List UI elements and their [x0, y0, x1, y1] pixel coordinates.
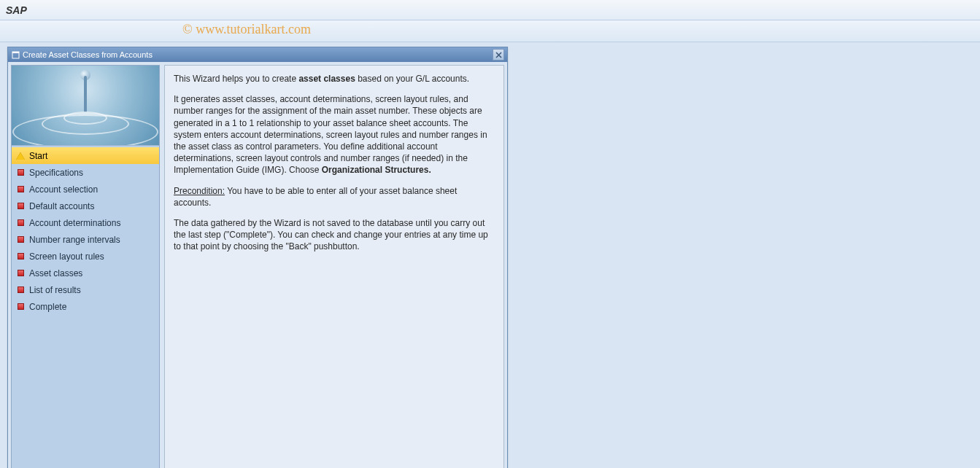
wizard-step-screen-layout-rules[interactable]: Screen layout rules	[12, 248, 159, 265]
wizard-step-label: Complete	[29, 302, 66, 312]
text-span-bold: asset classes	[298, 74, 355, 84]
wizard-step-label: Specifications	[29, 168, 83, 178]
wizard-step-label: Asset classes	[29, 268, 82, 278]
text-span: It generates asset classes, account dete…	[174, 94, 487, 175]
app-header: SAP	[0, 0, 980, 20]
dialog-close-button[interactable]	[493, 49, 504, 61]
wizard-step-label: Account determinations	[29, 218, 120, 228]
wizard-step-asset-classes[interactable]: Asset classes	[12, 265, 159, 281]
wizard-step-list: StartSpecificationsAccount selectionDefa…	[12, 146, 159, 468]
pending-icon	[16, 286, 25, 295]
wizard-step-complete[interactable]: Complete	[12, 298, 159, 315]
wizard-step-label: Start	[29, 151, 47, 161]
dialog-title: Create Asset Classes from Accounts	[23, 50, 493, 59]
wizard-step-label: Number range intervals	[29, 235, 120, 245]
pending-icon	[16, 269, 25, 278]
wizard-note-paragraph: The data gathered by the Wizard is not s…	[174, 217, 495, 253]
pending-icon	[16, 168, 25, 177]
pending-icon	[16, 303, 25, 311]
wizard-step-number-range-intervals[interactable]: Number range intervals	[12, 231, 159, 248]
wizard-precondition-paragraph: Precondition: You have to be able to ent…	[174, 185, 495, 208]
pending-icon	[16, 235, 25, 244]
text-span: This Wizard helps you to create	[174, 74, 298, 84]
wizard-step-account-determinations[interactable]: Account determinations	[12, 214, 159, 231]
dialog-window-icon	[11, 50, 20, 59]
wizard-step-label: Default accounts	[29, 201, 94, 211]
app-title: SAP	[6, 4, 27, 16]
warning-icon	[16, 152, 25, 160]
svg-rect-1	[12, 52, 19, 53]
wizard-step-label: List of results	[29, 285, 81, 295]
wizard-step-list-of-results[interactable]: List of results	[12, 281, 159, 298]
pending-icon	[16, 202, 25, 211]
wizard-step-label: Screen layout rules	[29, 251, 104, 262]
pending-icon	[16, 219, 25, 227]
wizard-step-label: Account selection	[29, 184, 98, 195]
text-span-bold: Organizational Structures.	[322, 165, 431, 175]
pending-icon	[16, 185, 25, 194]
wizard-dialog: Create Asset Classes from Accounts Start…	[7, 47, 508, 468]
wizard-step-specifications[interactable]: Specifications	[12, 164, 159, 181]
dialog-titlebar: Create Asset Classes from Accounts	[8, 47, 507, 62]
main-area: Create Asset Classes from Accounts Start…	[0, 42, 980, 468]
text-span: based on your G/L accounts.	[355, 74, 469, 84]
dialog-body: StartSpecificationsAccount selectionDefa…	[8, 62, 507, 468]
wizard-step-start[interactable]: Start	[12, 147, 159, 164]
toolbar-strip	[0, 20, 980, 42]
sidebar-decorative-image	[12, 66, 159, 146]
wizard-step-account-selection[interactable]: Account selection	[12, 181, 159, 198]
wizard-step-default-accounts[interactable]: Default accounts	[12, 198, 159, 214]
wizard-sidebar: StartSpecificationsAccount selectionDefa…	[11, 65, 160, 468]
text-span-underline: Precondition:	[174, 186, 225, 196]
pending-icon	[16, 252, 25, 261]
wizard-content-pane: This Wizard helps you to create asset cl…	[164, 65, 504, 468]
wizard-intro-paragraph: This Wizard helps you to create asset cl…	[174, 73, 495, 85]
wizard-description-paragraph: It generates asset classes, account dete…	[174, 93, 495, 176]
